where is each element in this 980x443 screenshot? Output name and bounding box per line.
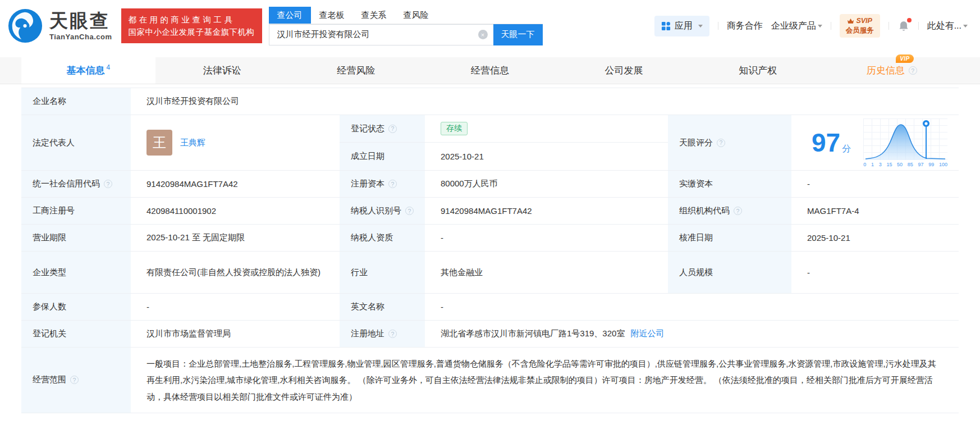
credit-code-value: 91420984MAG1FT7A42 xyxy=(131,171,340,197)
table-row-company-type: 企业类型 有限责任公司(非自然人投资或控股的法人独资) 行业 其他金融业 人员规… xyxy=(21,252,959,294)
reg-number-value: 420984110001902 xyxy=(131,198,340,224)
search-input-wrap xyxy=(269,24,493,45)
industry-label: 行业 xyxy=(340,252,425,293)
legal-rep-label: 法定代表人 xyxy=(21,115,131,170)
table-row-insured-count: 参保人数 - 英文名称 - xyxy=(21,294,959,321)
insured-count-value: - xyxy=(131,294,340,320)
tab-operating-risk[interactable]: 经营风险 xyxy=(289,57,423,84)
tianyancha-logo[interactable]: 天眼查 TianYanCha.com xyxy=(8,8,112,43)
company-name-value: 汉川市经开投资有限公司 xyxy=(131,88,959,115)
org-code-value: MAG1FT7A-4 xyxy=(791,198,959,224)
taxpayer-id-value: 91420984MAG1FT7A42 xyxy=(425,198,668,224)
reg-address-value: 湖北省孝感市汉川市新河镇电厂路1号319、320室 xyxy=(441,328,625,339)
svip-membership-badge[interactable]: SVIP 会员服务 xyxy=(840,14,880,38)
help-icon[interactable] xyxy=(388,125,397,133)
business-scope-value: 一般项目：企业总部管理,土地整治服务,工程管理服务,物业管理,园区管理服务,普通… xyxy=(131,348,959,413)
english-name-label: 英文名称 xyxy=(340,294,425,320)
reg-status-badge: 存续 xyxy=(441,122,468,135)
help-icon[interactable] xyxy=(388,330,397,338)
help-icon[interactable] xyxy=(405,207,414,215)
search-tab-risk[interactable]: 查风险 xyxy=(395,7,437,24)
nav-divider xyxy=(718,22,718,30)
reg-authority-value: 汉川市市场监督管理局 xyxy=(131,321,340,347)
brand-domain: TianYanCha.com xyxy=(49,33,112,41)
tab-label: 经营信息 xyxy=(471,64,509,77)
promo-line1: 都在用的商业查询工具 xyxy=(129,13,255,26)
tab-intellectual-property[interactable]: 知识产权 xyxy=(691,57,825,84)
user-account-menu[interactable]: 此处有... xyxy=(927,20,968,32)
table-row-company-name: 企业名称 汉川市经开投资有限公司 xyxy=(21,88,959,115)
nav-business-cooperation[interactable]: 商务合作 xyxy=(727,20,763,32)
help-icon[interactable] xyxy=(909,66,917,75)
svip-line1: SVIP xyxy=(856,16,872,26)
approval-date-value: 2025-10-21 xyxy=(791,225,959,251)
tianyancha-logo-icon xyxy=(8,8,43,43)
table-row-business-scope: 经营范围 一般项目：企业总部管理,土地整治服务,工程管理服务,物业管理,园区管理… xyxy=(21,348,959,413)
score-axis-ticks: 0 1 3 15 50 85 97 99 100 xyxy=(863,162,947,167)
table-row-reg-authority: 登记机关 汉川市市场监督管理局 注册地址 湖北省孝感市汉川市新河镇电厂路1号31… xyxy=(21,321,959,348)
score-label: 天眼评分 xyxy=(668,115,791,170)
clear-search-icon[interactable] xyxy=(478,30,488,39)
apps-menu-button[interactable]: 应用 xyxy=(654,16,709,36)
establish-date-label: 成立日期 xyxy=(340,143,425,170)
legal-rep-name-link[interactable]: 王典辉 xyxy=(180,138,205,148)
establish-date-value: 2025-10-21 xyxy=(425,143,668,170)
reg-authority-label: 登记机关 xyxy=(21,321,131,347)
help-icon[interactable] xyxy=(717,139,725,147)
nav-divider xyxy=(889,22,889,30)
help-icon[interactable] xyxy=(104,180,112,188)
search-tab-relation[interactable]: 查关系 xyxy=(353,7,395,24)
nav-divider xyxy=(831,22,831,30)
tab-basic-info[interactable]: 基本信息 4 xyxy=(21,57,155,84)
score-unit: 分 xyxy=(842,143,851,155)
taxpayer-quality-value: - xyxy=(425,225,668,251)
tab-legal-proceedings[interactable]: 法律诉讼 xyxy=(155,57,290,84)
apps-grid-icon xyxy=(661,21,671,31)
search-area: 查公司 查老板 查关系 查风险 天眼一下 xyxy=(269,7,543,45)
reg-capital-value: 80000万人民币 xyxy=(425,171,668,197)
help-icon[interactable] xyxy=(70,376,79,384)
top-header: 天眼查 TianYanCha.com 都在用的商业查询工具 国家中小企业发展子基… xyxy=(0,0,980,52)
score-chart: 0 1 3 15 50 85 97 99 100 xyxy=(863,118,947,167)
legal-rep-avatar[interactable]: 王 xyxy=(146,130,172,156)
search-button[interactable]: 天眼一下 xyxy=(493,24,543,45)
help-icon[interactable] xyxy=(388,180,397,188)
search-tab-boss[interactable]: 查老板 xyxy=(311,7,353,24)
tab-company-development[interactable]: 公司发展 xyxy=(557,57,691,84)
nav-enterprise-products[interactable]: 企业级产品 xyxy=(771,20,822,32)
tab-history-info[interactable]: 历史信息 VIP xyxy=(825,57,959,84)
search-tabs: 查公司 查老板 查关系 查风险 xyxy=(269,7,543,24)
tab-label: 基本信息 xyxy=(66,64,104,77)
nav-enterprise-label: 企业级产品 xyxy=(771,20,816,32)
notifications-bell-icon[interactable] xyxy=(897,20,910,33)
vip-badge: VIP xyxy=(896,54,914,63)
taxpayer-id-label: 纳税人识别号 xyxy=(340,198,425,224)
org-code-label: 组织机构代码 xyxy=(668,198,791,224)
tab-basic-info-count: 4 xyxy=(106,63,110,71)
user-name: 此处有... xyxy=(927,20,961,32)
table-row-reg-number: 工商注册号 420984110001902 纳税人识别号 91420984MAG… xyxy=(21,198,959,225)
tab-label: 公司发展 xyxy=(605,64,643,77)
paid-capital-value: - xyxy=(791,171,959,197)
chevron-down-icon xyxy=(698,25,703,28)
svip-line2: 会员服务 xyxy=(846,26,874,34)
tab-label: 历史信息 xyxy=(867,64,905,77)
score-value: 97 xyxy=(812,127,840,158)
search-input[interactable] xyxy=(276,29,478,40)
paid-capital-label: 实缴资本 xyxy=(668,171,791,197)
company-type-label: 企业类型 xyxy=(21,252,131,293)
taxpayer-quality-label: 纳税人资质 xyxy=(340,225,425,251)
company-tabbar: 基本信息 4 法律诉讼 经营风险 经营信息 公司发展 知识产权 历史信息 VIP xyxy=(0,57,980,84)
promo-line2: 国家中小企业发展子基金旗下机构 xyxy=(129,26,255,38)
nearby-companies-link[interactable]: 附近公司 xyxy=(630,328,664,339)
company-type-value: 有限责任公司(非自然人投资或控股的法人独资) xyxy=(131,252,340,293)
staff-size-value: - xyxy=(791,252,959,293)
chevron-down-icon xyxy=(963,25,968,28)
notification-dot xyxy=(907,18,912,22)
tab-operating-info[interactable]: 经营信息 xyxy=(423,57,557,84)
help-icon[interactable] xyxy=(734,207,742,215)
search-tab-company[interactable]: 查公司 xyxy=(269,7,311,24)
tab-label: 法律诉讼 xyxy=(203,64,241,77)
credit-code-label: 统一社会信用代码 xyxy=(21,171,131,197)
table-row-reg-status: 登记状态 存续 xyxy=(340,115,668,143)
